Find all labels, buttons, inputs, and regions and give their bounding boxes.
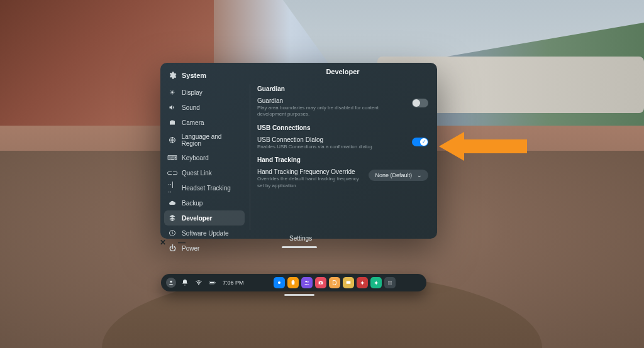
brightness-icon: ☀	[168, 88, 177, 97]
sidebar-item-label: Keyboard	[182, 155, 209, 161]
sidebar-title: System	[182, 72, 206, 79]
sidebar-item-label: Display	[182, 89, 203, 96]
taskbar-apps: D ✦ ✦	[274, 277, 396, 288]
settings-panel: System ☀ Display Sound Camera Language a…	[160, 63, 437, 239]
window-controls: ✕ —	[158, 237, 187, 247]
sidebar-item-sound[interactable]: Sound	[160, 100, 248, 115]
horizon-app[interactable]: ✦	[357, 277, 368, 288]
svg-point-14	[391, 281, 391, 281]
setting-guardian: Guardian Play area boundaries may only b…	[257, 95, 428, 121]
select-value: None (Default)	[375, 172, 412, 178]
taskbar-time: 7:06 PM	[223, 280, 244, 286]
tv-app[interactable]	[343, 277, 354, 288]
developer-icon	[168, 214, 177, 222]
sidebar-item-quest-link[interactable]: ⊂⊃ Quest Link	[160, 165, 248, 180]
sidebar-item-display[interactable]: ☀ Display	[160, 85, 248, 100]
sidebar-item-keyboard[interactable]: ⌨ Keyboard	[160, 150, 248, 165]
globe-icon	[168, 136, 176, 144]
sidebar-item-label: Sound	[182, 104, 200, 111]
keyboard-icon: ⌨	[168, 153, 177, 162]
svg-point-13	[389, 281, 390, 281]
setting-usb-dialog: USB Connection Dialog Enables USB Connec…	[257, 134, 428, 153]
close-button[interactable]: ✕	[158, 237, 168, 247]
window-grab-handle[interactable]	[282, 246, 317, 248]
sound-icon	[168, 103, 177, 112]
sidebar-item-camera[interactable]: Camera	[160, 115, 248, 130]
sidebar-item-tracking[interactable]: ··|·· Headset Tracking	[160, 180, 248, 195]
sidebar-item-label: Quest Link	[182, 170, 212, 177]
svg-point-9	[307, 281, 308, 283]
svg-point-10	[320, 282, 322, 284]
section-guardian-title: Guardian	[257, 85, 428, 92]
sidebar-item-label: Software Update	[182, 230, 229, 237]
battery-icon[interactable]	[208, 278, 218, 288]
taskbar-status: 7:06 PM	[166, 278, 244, 288]
sidebar-item-label: Camera	[182, 119, 204, 126]
sidebar-header: System	[160, 68, 248, 85]
taskbar-grab-handle[interactable]	[284, 294, 314, 296]
setting-usb-label: USB Connection Dialog	[257, 136, 404, 143]
setting-usb-desc: Enables USB Connections via a confirmati…	[257, 144, 404, 150]
guardian-toggle[interactable]	[412, 99, 428, 107]
camera-app[interactable]	[315, 277, 326, 288]
sidebar-item-label: Developer	[182, 215, 212, 222]
svg-point-17	[391, 282, 391, 283]
svg-point-8	[305, 281, 307, 283]
system-taskbar: 7:06 PM D ✦ ✦	[161, 274, 426, 291]
setting-hand-frequency: Hand Tracking Frequency Override Overrid…	[257, 166, 428, 192]
window-label: Settings	[289, 235, 312, 242]
svg-point-3	[199, 285, 199, 285]
browser-app[interactable]: D	[329, 277, 340, 288]
gear-icon	[168, 71, 177, 80]
sidebar-item-label: Backup	[182, 200, 203, 207]
svg-rect-11	[346, 281, 350, 284]
section-hand-title: Hand Tracking	[257, 156, 428, 163]
svg-point-7	[278, 281, 280, 284]
svg-point-18	[388, 283, 389, 284]
sidebar-item-language[interactable]: Language and Region	[160, 130, 248, 150]
app-library[interactable]	[384, 277, 396, 288]
setting-guardian-desc: Play area boundaries may only be disable…	[257, 105, 404, 118]
profile-icon[interactable]	[166, 278, 176, 288]
svg-rect-6	[215, 282, 216, 283]
svg-point-2	[170, 281, 172, 283]
store-app[interactable]	[287, 277, 299, 288]
setting-hand-desc: Overrides the default hand tracking freq…	[257, 176, 361, 189]
settings-content: Developer Guardian Guardian Play area bo…	[248, 63, 437, 239]
usb-dialog-toggle[interactable]: ✓	[412, 138, 428, 146]
svg-point-20	[391, 283, 391, 284]
sidebar-item-developer[interactable]: Developer	[164, 210, 245, 226]
notification-icon[interactable]	[180, 278, 190, 288]
wifi-icon[interactable]	[194, 278, 204, 288]
svg-point-15	[388, 282, 389, 283]
messenger-app[interactable]: ✦	[370, 277, 382, 288]
settings-sidebar: System ☀ Display Sound Camera Language a…	[160, 63, 248, 239]
minimize-button[interactable]: —	[177, 237, 187, 247]
tracking-icon: ··|··	[168, 183, 177, 192]
people-app[interactable]	[301, 277, 313, 288]
svg-point-19	[389, 283, 390, 284]
svg-point-16	[389, 282, 390, 283]
sidebar-item-backup[interactable]: Backup	[160, 195, 248, 210]
update-icon	[168, 229, 177, 237]
explore-app[interactable]	[274, 277, 285, 288]
cloud-icon	[168, 198, 177, 207]
link-icon: ⊂⊃	[168, 168, 177, 177]
setting-guardian-label: Guardian	[257, 97, 404, 104]
sidebar-item-label: Language and Region	[181, 133, 241, 147]
setting-hand-label: Hand Tracking Frequency Override	[257, 168, 361, 175]
camera-icon	[168, 118, 177, 127]
svg-rect-5	[210, 282, 214, 283]
section-usb-title: USB Connections	[257, 124, 428, 131]
page-title: Developer	[257, 63, 428, 82]
svg-point-12	[388, 281, 389, 281]
hand-frequency-select[interactable]: None (Default) ⌄	[369, 170, 428, 181]
chevron-down-icon: ⌄	[417, 172, 422, 178]
sidebar-item-label: Headset Tracking	[182, 185, 231, 192]
